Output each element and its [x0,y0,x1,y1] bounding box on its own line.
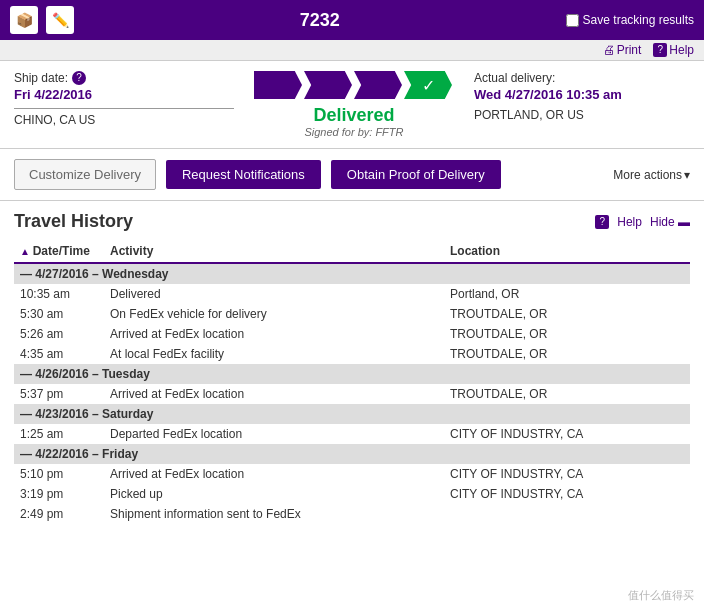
time-cell: 5:26 am [14,324,104,344]
table-date-row: — 4/26/2016 – Tuesday [14,364,690,384]
location-cell: TROUTDALE, OR [444,324,690,344]
customize-delivery-button[interactable]: Customize Delivery [14,159,156,190]
tracking-number: 7232 [82,10,558,31]
actions-bar: Customize Delivery Request Notifications… [0,149,704,201]
table-row: 5:37 pm Arrived at FedEx location TROUTD… [14,384,690,404]
print-link[interactable]: 🖨 Print [603,43,642,57]
signed-by: Signed for by: FFTR [304,126,403,138]
ship-date-value: Fri 4/22/2016 [14,87,234,102]
travel-help-link[interactable]: Help [617,215,642,229]
location-cell [444,504,690,524]
date-cell: — 4/26/2016 – Tuesday [14,364,690,384]
time-cell: 5:37 pm [14,384,104,404]
col-datetime[interactable]: ▲ Date/Time [14,240,104,263]
table-row: 5:26 am Arrived at FedEx location TROUTD… [14,324,690,344]
location-cell: CITY OF INDUSTRY, CA [444,484,690,504]
travel-history: Travel History ? Help Hide ▬ ▲ Date/Time… [0,201,704,524]
activity-cell: Arrived at FedEx location [104,464,444,484]
progress-arrows: ✓ [254,71,454,99]
progress-step-delivered: ✓ [404,71,452,99]
travel-history-table: ▲ Date/Time Activity Location — 4/27/201… [14,240,690,524]
table-row: 2:49 pm Shipment information sent to Fed… [14,504,690,524]
travel-history-actions: ? Help Hide ▬ [595,215,690,229]
ship-date-help-icon[interactable]: ? [72,71,86,85]
time-cell: 4:35 am [14,344,104,364]
table-date-row: — 4/27/2016 – Wednesday [14,263,690,284]
date-cell: — 4/27/2016 – Wednesday [14,263,690,284]
travel-help-icon: ? [595,215,609,229]
date-cell: — 4/22/2016 – Friday [14,444,690,464]
package-icon[interactable]: 📦 [10,6,38,34]
time-cell: 5:10 pm [14,464,104,484]
time-cell: 5:30 am [14,304,104,324]
table-date-row: — 4/23/2016 – Saturday [14,404,690,424]
activity-cell: On FedEx vehicle for delivery [104,304,444,324]
help-icon: ? [653,43,667,57]
travel-history-title: Travel History [14,211,133,232]
progress-step-3 [354,71,402,99]
activity-cell: Picked up [104,484,444,504]
destination: PORTLAND, OR US [474,108,694,122]
table-row: 1:25 am Departed FedEx location CITY OF … [14,424,690,444]
time-cell: 10:35 am [14,284,104,304]
request-notifications-button[interactable]: Request Notifications [166,160,321,189]
activity-cell: Delivered [104,284,444,304]
location-cell: CITY OF INDUSTRY, CA [444,464,690,484]
edit-icon[interactable]: ✏️ [46,6,74,34]
progress-step-2 [304,71,352,99]
table-row: 10:35 am Delivered Portland, OR [14,284,690,304]
table-row: 4:35 am At local FedEx facility TROUTDAL… [14,344,690,364]
activity-cell: Shipment information sent to FedEx [104,504,444,524]
time-cell: 3:19 pm [14,484,104,504]
center-column: ✓ Delivered Signed for by: FFTR [234,71,474,138]
table-row: 5:10 pm Arrived at FedEx location CITY O… [14,464,690,484]
left-column: Ship date: ? Fri 4/22/2016 CHINO, CA US [14,71,234,138]
hide-icon: ▬ [678,215,690,229]
print-icon: 🖨 [603,43,615,57]
save-label: Save tracking results [583,13,694,27]
time-cell: 2:49 pm [14,504,104,524]
activity-cell: Arrived at FedEx location [104,384,444,404]
location-cell: CITY OF INDUSTRY, CA [444,424,690,444]
travel-history-header: Travel History ? Help Hide ▬ [14,211,690,232]
help-link[interactable]: ? Help [653,43,694,57]
location-cell: Portland, OR [444,284,690,304]
save-checkbox[interactable] [566,14,579,27]
delivery-status: Delivered [313,105,394,126]
table-row: 5:30 am On FedEx vehicle for delivery TR… [14,304,690,324]
table-date-row: — 4/22/2016 – Friday [14,444,690,464]
actual-delivery-label: Actual delivery: [474,71,694,85]
location-cell: TROUTDALE, OR [444,344,690,364]
activity-cell: Departed FedEx location [104,424,444,444]
more-actions-dropdown[interactable]: More actions ▾ [613,168,690,182]
sort-arrow: ▲ [20,246,33,257]
ship-date-label: Ship date: ? [14,71,234,85]
main-info: Ship date: ? Fri 4/22/2016 CHINO, CA US … [0,61,704,149]
table-row: 3:19 pm Picked up CITY OF INDUSTRY, CA [14,484,690,504]
time-cell: 1:25 am [14,424,104,444]
location-cell: TROUTDALE, OR [444,384,690,404]
location-cell: TROUTDALE, OR [444,304,690,324]
activity-cell: At local FedEx facility [104,344,444,364]
right-column: Actual delivery: Wed 4/27/2016 10:35 am … [474,71,694,138]
progress-step-1 [254,71,302,99]
col-activity: Activity [104,240,444,263]
date-cell: — 4/23/2016 – Saturday [14,404,690,424]
header: 📦 ✏️ 7232 Save tracking results [0,0,704,40]
chevron-down-icon: ▾ [684,168,690,182]
sub-header: 🖨 Print ? Help [0,40,704,61]
actual-delivery-value: Wed 4/27/2016 10:35 am [474,87,694,102]
travel-hide-link[interactable]: Hide ▬ [650,215,690,229]
table-header-row: ▲ Date/Time Activity Location [14,240,690,263]
origin: CHINO, CA US [14,108,234,127]
activity-cell: Arrived at FedEx location [104,324,444,344]
save-tracking: Save tracking results [566,13,694,27]
obtain-proof-button[interactable]: Obtain Proof of Delivery [331,160,501,189]
col-location: Location [444,240,690,263]
